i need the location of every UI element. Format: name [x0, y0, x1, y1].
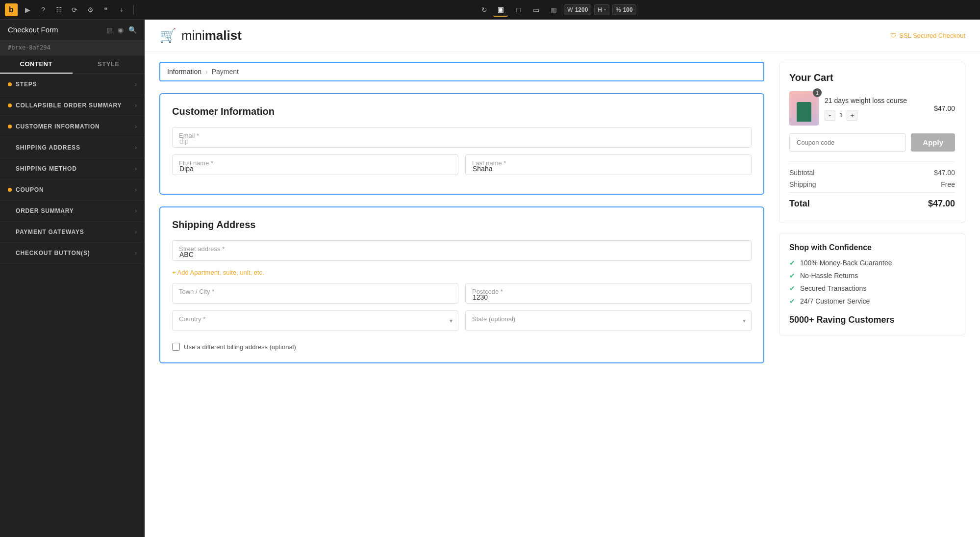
layers-icon[interactable]: ☷	[53, 4, 65, 16]
cursor-tool-icon[interactable]: ▶	[22, 4, 33, 16]
sidebar-item-coupon[interactable]: COUPON ›	[0, 179, 145, 201]
main-layout: Checkout Form ▤ ◉ 🔍 #brxe-8af294 CONTENT…	[0, 20, 980, 537]
confidence-label-3: 24/7 Customer Service	[800, 297, 870, 305]
device-desktop-btn[interactable]: ▣	[493, 3, 508, 17]
code-icon[interactable]: ❝	[100, 4, 112, 16]
firstname-group: First name *	[172, 154, 458, 175]
confidence-label-1: No-Hassle Returns	[800, 272, 858, 280]
country-select[interactable]	[172, 310, 458, 331]
sidebar-responsive-icon[interactable]: ▤	[106, 26, 113, 34]
chevron-checkout: ›	[135, 250, 137, 256]
tab-style[interactable]: STYLE	[73, 55, 145, 74]
checkmark-icon-2: ✔	[789, 284, 795, 292]
town-input[interactable]	[172, 283, 458, 304]
cart-sidebar: Your Cart 1 21 days weight loss course -	[779, 62, 965, 375]
logo-cart-icon: 🛒	[159, 27, 176, 44]
coupon-input[interactable]	[789, 133, 906, 152]
email-input[interactable]	[172, 127, 752, 148]
breadcrumb-payment[interactable]: Payment	[212, 68, 239, 76]
help-icon[interactable]: ?	[37, 4, 49, 16]
tab-content[interactable]: CONTENT	[0, 55, 73, 74]
breadcrumb-separator: ›	[205, 68, 208, 76]
postcode-group: Postcode *	[465, 283, 752, 304]
state-select[interactable]	[465, 310, 752, 331]
device-mobile-btn[interactable]: ▦	[546, 3, 561, 17]
history-icon[interactable]: ⟳	[69, 4, 80, 16]
confidence-item-2: ✔ Secured Transactions	[789, 284, 955, 292]
breadcrumb-information[interactable]: Information	[167, 68, 201, 76]
qty-plus-btn[interactable]: +	[847, 110, 857, 121]
h-label: H	[598, 6, 602, 13]
dimension-pct[interactable]: % 100	[612, 4, 636, 15]
cart-totals: Subtotal $47.00 Shipping Free Total $47.…	[789, 161, 955, 209]
subtotal-label: Subtotal	[789, 169, 814, 177]
total-label: Total	[789, 199, 810, 209]
subtotal-value: $47.00	[934, 169, 955, 177]
sidebar-visibility-icon[interactable]: ◉	[118, 26, 124, 34]
qty-value: 1	[839, 111, 843, 119]
cart-item-image	[789, 91, 819, 126]
billing-checkbox-input[interactable]	[172, 343, 180, 351]
shipping-value: Free	[941, 180, 955, 188]
cart-item-badge: 1	[813, 88, 822, 97]
ssl-badge: 🛡 SSL Secured Checkout	[890, 32, 965, 39]
street-group: Street address *	[172, 240, 752, 261]
street-wrap: Street address *	[172, 240, 752, 261]
dimension-w[interactable]: W 1200	[564, 4, 591, 15]
total-value: $47.00	[928, 199, 955, 209]
name-row: First name * Last name *	[172, 154, 752, 182]
email-group: Email *	[172, 127, 752, 148]
sidebar-item-steps[interactable]: STEPS ›	[0, 74, 145, 95]
separator-1	[133, 5, 134, 15]
sidebar-item-collapsible-order-summary[interactable]: COLLAPSIBLE ORDER SUMMARY ›	[0, 95, 145, 116]
subtotal-row: Subtotal $47.00	[789, 169, 955, 177]
sidebar-search-icon[interactable]: 🔍	[128, 26, 137, 34]
w-label: W	[567, 6, 573, 13]
shipping-row: Shipping Free	[789, 180, 955, 188]
sidebar-element-id: #brxe-8af294	[0, 40, 145, 55]
sidebar-item-shipping-address[interactable]: SHIPPING ADDRESS ›	[0, 137, 145, 158]
postcode-input[interactable]	[465, 283, 752, 304]
chevron-order-sum: ›	[135, 207, 137, 214]
confidence-item-0: ✔ 100% Money-Back Guarantee	[789, 259, 955, 267]
settings-icon[interactable]: ⚙	[84, 4, 96, 16]
sidebar-header: Checkout Form ▤ ◉ 🔍	[0, 20, 145, 40]
sidebar-tabs: CONTENT STYLE	[0, 55, 145, 74]
country-group: Country * ▾	[172, 310, 458, 331]
device-mobile-landscape-btn[interactable]: ▭	[528, 3, 543, 17]
brand-icon[interactable]: b	[5, 3, 18, 16]
sidebar-item-order-summary[interactable]: ORDER SUMMARY ›	[0, 201, 145, 222]
customer-info-section: Customer Information Email * First name …	[159, 93, 764, 195]
raving-title: 5000+ Raving Customers	[789, 315, 955, 325]
cart-item-img-wrap: 1	[789, 91, 819, 126]
firstname-input[interactable]	[172, 154, 458, 175]
sidebar-item-payment-gateways[interactable]: PAYMENT GATEWAYS ›	[0, 222, 145, 243]
apply-coupon-button[interactable]: Apply	[911, 133, 955, 152]
lastname-input[interactable]	[465, 154, 752, 175]
state-wrap: State (optional) ▾	[465, 310, 752, 331]
street-input[interactable]	[172, 240, 752, 261]
dimension-h[interactable]: H -	[594, 4, 609, 15]
sidebar-item-checkout-buttons[interactable]: CHECKOUT BUTTON(S) ›	[0, 243, 145, 264]
logo-area: 🛒 minimalist	[159, 27, 242, 44]
confidence-label-0: 100% Money-Back Guarantee	[800, 259, 892, 267]
chevron-steps: ›	[135, 81, 137, 88]
customer-info-title: Customer Information	[172, 106, 752, 117]
qty-minus-btn[interactable]: -	[825, 110, 835, 121]
town-postcode-row: Town / City * Postcode *	[172, 283, 752, 310]
page-body: Information › Payment Customer Informati…	[145, 52, 980, 385]
sidebar-item-customer-information[interactable]: CUSTOMER INFORMATION ›	[0, 116, 145, 137]
form-area: Information › Payment Customer Informati…	[159, 62, 764, 375]
state-group: State (optional) ▾	[465, 310, 752, 331]
country-state-row: Country * ▾ State (optional)	[172, 310, 752, 338]
sidebar-item-shipping-method[interactable]: SHIPPING METHOD ›	[0, 158, 145, 179]
device-tablet-btn[interactable]: □	[511, 3, 526, 17]
email-field-wrap: Email *	[172, 127, 752, 148]
undo-icon[interactable]: ↻	[478, 4, 490, 16]
plus-icon[interactable]: +	[116, 4, 127, 16]
checkmark-icon-0: ✔	[789, 259, 795, 267]
sidebar-title: Checkout Form	[8, 26, 58, 34]
cart-title: Your Cart	[789, 72, 955, 83]
shield-icon: 🛡	[890, 32, 897, 39]
add-apartment-link[interactable]: + Add Apartment, suite, unit, etc.	[172, 269, 264, 276]
